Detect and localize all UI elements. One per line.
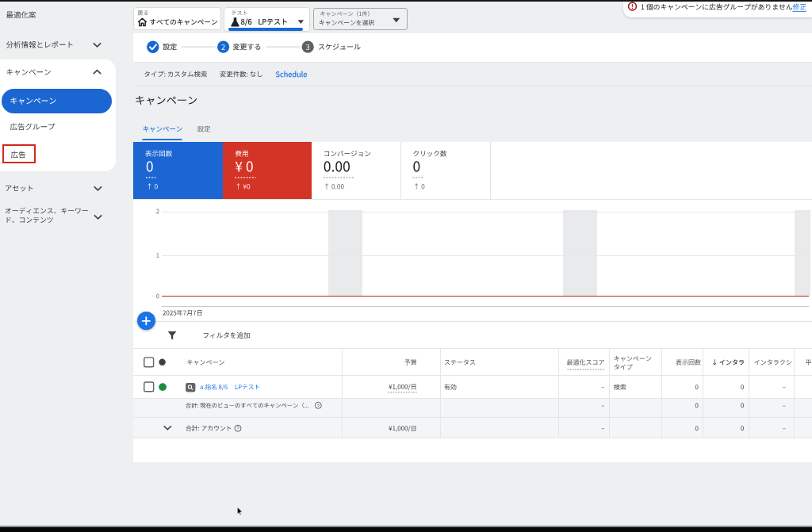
svg-text:?: ? bbox=[236, 426, 239, 431]
svg-text:?: ? bbox=[317, 404, 320, 408]
